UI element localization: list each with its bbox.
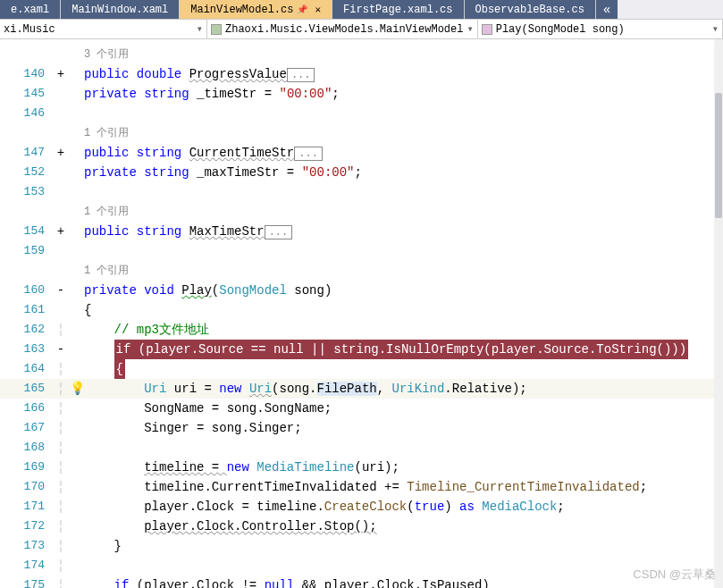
chevron-down-icon: ▾ (467, 22, 473, 36)
chevron-down-icon: ▾ (712, 22, 719, 36)
tab-overflow-button[interactable]: « (596, 0, 618, 19)
highlighted-line: if (player.Source == null || string.IsNu… (114, 340, 689, 359)
collapsed-box[interactable]: ... (287, 68, 315, 82)
codelens[interactable]: 3 个引用 (84, 45, 723, 64)
tab-observablebase[interactable]: ObservableBase.cs (465, 0, 596, 19)
close-icon[interactable]: ✕ (315, 4, 321, 15)
tab-mainviewmodel[interactable]: MainViewModel.cs📌✕ (180, 0, 332, 19)
tab-mainwindow[interactable]: MainWindow.xaml (61, 0, 180, 19)
scrollbar-thumb[interactable] (715, 93, 722, 218)
fold-collapse-icon[interactable]: - (57, 283, 64, 298)
nav-project[interactable]: xi.Music▾ (0, 20, 207, 38)
codelens[interactable]: 1 个引用 (84, 202, 723, 222)
pin-icon[interactable]: 📌 (297, 4, 307, 15)
tab-e-xaml[interactable]: e.xaml (0, 0, 61, 19)
method-icon (482, 24, 492, 35)
class-icon (211, 24, 222, 35)
tab-bar: e.xaml MainWindow.xaml MainViewModel.cs📌… (0, 0, 723, 20)
fold-expand-icon[interactable]: + (57, 146, 64, 160)
lightbulb-icon[interactable]: 💡 (70, 382, 85, 396)
tab-firstpage[interactable]: FirstPage.xaml.cs (332, 0, 464, 19)
nav-member[interactable]: Play(SongModel song)▾ (478, 20, 723, 38)
nav-class[interactable]: Zhaoxi.Music.ViewModels.MainViewModel▾ (207, 20, 478, 38)
nav-bar: xi.Music▾ Zhaoxi.Music.ViewModels.MainVi… (0, 20, 723, 39)
vertical-scrollbar[interactable] (714, 39, 723, 588)
codelens[interactable]: 1 个引用 (84, 261, 723, 281)
watermark: CSDN @云草桑 (633, 567, 716, 583)
fold-expand-icon[interactable]: + (57, 67, 64, 81)
fold-collapse-icon[interactable]: - (57, 342, 64, 357)
chevron-down-icon: ▾ (197, 22, 203, 36)
line-number: 140 (0, 64, 52, 84)
codelens[interactable]: 1 个引用 (84, 123, 723, 143)
code-editor[interactable]: 3 个引用 140+public double ProgressValue...… (0, 39, 723, 588)
collapsed-box[interactable]: ... (294, 147, 323, 161)
fold-expand-icon[interactable]: + (57, 224, 64, 239)
collapsed-box[interactable]: ... (265, 225, 293, 239)
